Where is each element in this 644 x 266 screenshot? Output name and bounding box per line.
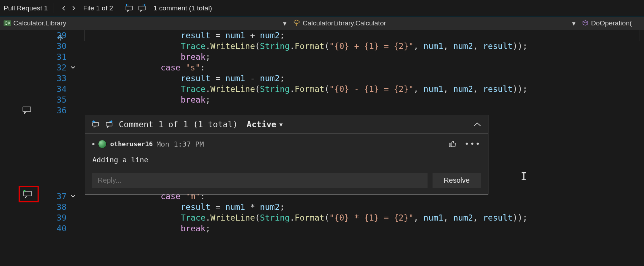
- comment-meta: otheruser16 Mon 1:37 PM •••: [92, 139, 481, 149]
- pr-toolbar: Pull Request 1 File 1 of 2 1 comment (1 …: [0, 0, 644, 17]
- csharp-file-icon: C#: [4, 20, 11, 26]
- collapse-icon[interactable]: [473, 122, 482, 127]
- nav-prev-icon[interactable]: [60, 4, 68, 12]
- comment-actions: Resolve: [85, 173, 488, 194]
- line-number: 39: [57, 212, 67, 223]
- file-position: File 1 of 2: [83, 4, 113, 12]
- svg-rect-2: [23, 107, 31, 112]
- prev-comment-icon[interactable]: [125, 4, 135, 13]
- svg-rect-1: [139, 6, 145, 10]
- method-icon: [582, 20, 589, 27]
- comment-body: otheruser16 Mon 1:37 PM ••• Adding a lin…: [85, 134, 488, 173]
- svg-rect-5: [106, 122, 112, 126]
- comment-marker-icon[interactable]: [21, 106, 33, 115]
- reply-input[interactable]: [92, 173, 428, 188]
- chevron-down-icon: ▾: [278, 119, 283, 130]
- line-number: 33: [57, 73, 67, 84]
- class-icon: [293, 19, 301, 27]
- comment-thread-card: Comment 1 of 1 (1 total) Active ▾ otheru…: [85, 115, 488, 194]
- line-number: 40: [57, 223, 67, 234]
- crumb-method[interactable]: DoOperation(: [578, 17, 644, 30]
- line-number: 38: [57, 202, 67, 212]
- more-icon[interactable]: •••: [464, 139, 481, 149]
- next-comment-icon[interactable]: [105, 120, 114, 128]
- comment-count: Comment 1 of 1 (1 total): [119, 119, 238, 130]
- crumb-class-label: CalculatorLibrary.Calculator: [303, 19, 386, 27]
- comment-text: Adding a line: [92, 154, 481, 165]
- code-line[interactable]: result = num1 + num2;: [84, 30, 639, 41]
- code-line[interactable]: break;: [181, 223, 210, 234]
- chevron-down-icon: ▾: [283, 19, 287, 28]
- comment-author: otheruser16: [110, 139, 153, 149]
- comment-status-dropdown[interactable]: Active ▾: [242, 119, 283, 129]
- nav-next-icon[interactable]: [70, 4, 78, 12]
- prev-comment-icon[interactable]: [92, 120, 101, 128]
- crumb-method-label: DoOperation(: [591, 19, 632, 27]
- code-line[interactable]: Trace.WriteLine(String.Format("{0} + {1}…: [181, 41, 527, 51]
- text-cursor-icon: I: [521, 171, 527, 182]
- fold-marker[interactable]: [70, 191, 75, 202]
- code-line[interactable]: case "s":: [161, 62, 205, 73]
- crumb-namespace-label: Calculator.Library: [13, 19, 66, 27]
- code-line[interactable]: break;: [181, 51, 210, 62]
- next-comment-icon[interactable]: [138, 4, 148, 13]
- breadcrumb-bar: C# Calculator.Library ▾ CalculatorLibrar…: [0, 17, 644, 30]
- crumb-namespace[interactable]: C# Calculator.Library ▾: [0, 17, 289, 30]
- chevron-down-icon: ▾: [572, 19, 576, 28]
- fold-marker[interactable]: [70, 62, 75, 73]
- line-number: 34: [57, 84, 67, 94]
- code-line[interactable]: result = num1 - num2;: [181, 73, 285, 84]
- code-line[interactable]: result = num1 * num2;: [181, 202, 285, 212]
- line-number: 36: [57, 105, 67, 116]
- comment-time: Mon 1:37 PM: [156, 139, 204, 149]
- comment-status-label: Active: [247, 119, 276, 130]
- code-line[interactable]: Trace.WriteLine(String.Format("{0} - {1}…: [181, 84, 527, 94]
- code-line[interactable]: break;: [181, 94, 210, 105]
- toolbar-divider: [119, 3, 119, 13]
- code-line[interactable]: Trace.WriteLine(String.Format("{0} * {1}…: [181, 212, 527, 223]
- crumb-class[interactable]: CalculatorLibrary.Calculator ▾: [289, 17, 578, 30]
- like-icon[interactable]: [448, 140, 457, 148]
- comment-header: Comment 1 of 1 (1 total) Active ▾: [85, 115, 488, 134]
- line-number: 37: [57, 191, 67, 202]
- svg-rect-0: [126, 6, 132, 10]
- toolbar-divider: [54, 3, 54, 13]
- svg-rect-4: [93, 122, 99, 126]
- pr-title: Pull Request 1: [4, 4, 48, 12]
- line-number: 35: [57, 94, 67, 105]
- line-number: 32: [57, 62, 67, 73]
- unread-dot-icon: [92, 143, 94, 145]
- line-number: 31: [57, 51, 67, 62]
- comments-summary: 1 comment (1 total): [153, 4, 212, 12]
- code-editor[interactable]: 293031323334353637383940 result = num1 +…: [0, 30, 644, 266]
- resolve-button[interactable]: Resolve: [433, 173, 481, 188]
- add-comment-icon[interactable]: [21, 189, 33, 199]
- avatar: [98, 140, 107, 148]
